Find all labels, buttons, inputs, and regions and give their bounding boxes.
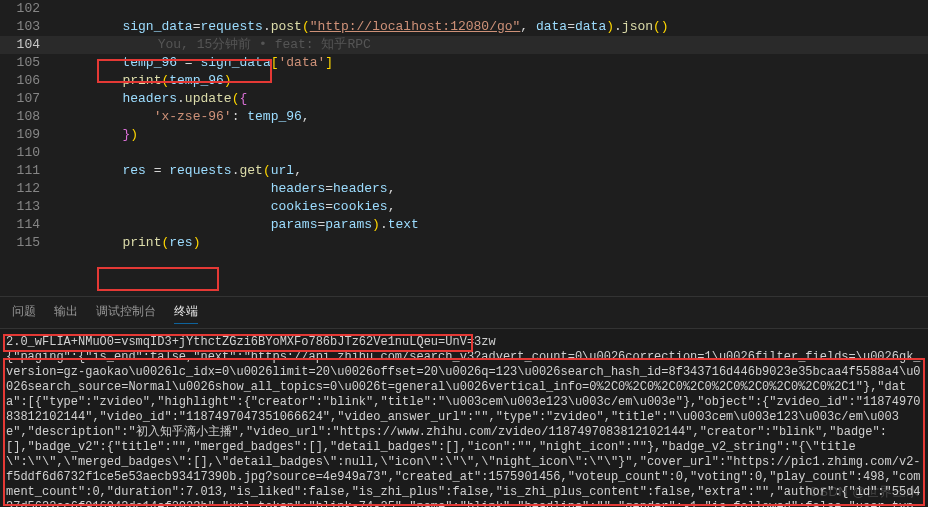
code-editor[interactable]: 102 103 sign_data=requests.post("http://… bbox=[0, 0, 928, 296]
line-number: 107 bbox=[0, 90, 50, 108]
line-number: 111 bbox=[0, 162, 50, 180]
tab-output[interactable]: 输出 bbox=[54, 303, 78, 324]
line-number: 113 bbox=[0, 198, 50, 216]
line-number: 115 bbox=[0, 234, 50, 252]
line-number: 103 bbox=[0, 18, 50, 36]
line-number: 108 bbox=[0, 108, 50, 126]
watermark: CSDN @世界三水 bbox=[809, 483, 920, 501]
terminal-line: 2.0_wFLIA+NMuO0=vsmqID3+jYthctZGzi6BYoMX… bbox=[6, 335, 922, 350]
line-number: 110 bbox=[0, 144, 50, 162]
line-number: 112 bbox=[0, 180, 50, 198]
terminal-line: {"paging":{"is_end":false,"next":"https:… bbox=[6, 350, 922, 507]
tab-terminal[interactable]: 终端 bbox=[174, 303, 198, 324]
tab-debug[interactable]: 调试控制台 bbox=[96, 303, 156, 324]
line-number: 109 bbox=[0, 126, 50, 144]
git-blame-annotation: You, 15分钟前 • feat: 知乎RPC bbox=[154, 37, 371, 52]
line-number: 102 bbox=[0, 0, 50, 18]
code-token: sign_data bbox=[122, 19, 192, 34]
panel-tabs: 问题 输出 调试控制台 终端 bbox=[0, 296, 928, 329]
tab-problems[interactable]: 问题 bbox=[12, 303, 36, 324]
line-number: 105 bbox=[0, 54, 50, 72]
line-number: 104 bbox=[0, 36, 50, 54]
line-number: 114 bbox=[0, 216, 50, 234]
terminal-output[interactable]: 2.0_wFLIA+NMuO0=vsmqID3+jYthctZGzi6BYoMX… bbox=[0, 329, 928, 507]
line-number: 106 bbox=[0, 72, 50, 90]
